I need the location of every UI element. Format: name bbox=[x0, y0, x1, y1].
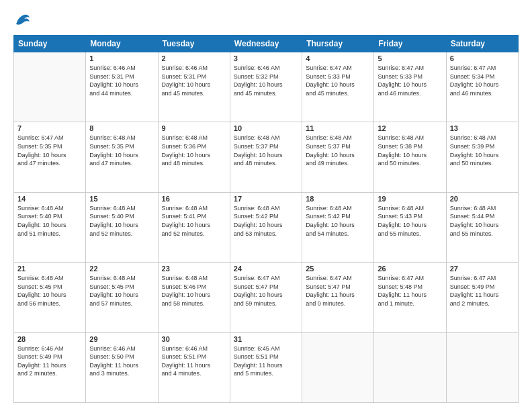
calendar-cell: 8Sunrise: 6:48 AM Sunset: 5:35 PM Daylig… bbox=[86, 122, 158, 192]
cell-info: Sunrise: 6:48 AM Sunset: 5:42 PM Dayligh… bbox=[306, 204, 370, 238]
day-number: 5 bbox=[378, 54, 442, 62]
day-number: 27 bbox=[450, 265, 515, 273]
cell-info: Sunrise: 6:48 AM Sunset: 5:42 PM Dayligh… bbox=[234, 204, 298, 238]
cell-info: Sunrise: 6:48 AM Sunset: 5:40 PM Dayligh… bbox=[89, 204, 154, 238]
calendar-cell: 2Sunrise: 6:46 AM Sunset: 5:31 PM Daylig… bbox=[158, 52, 230, 122]
day-number: 4 bbox=[306, 54, 370, 62]
cell-info: Sunrise: 6:47 AM Sunset: 5:33 PM Dayligh… bbox=[306, 64, 370, 97]
day-number: 7 bbox=[17, 124, 82, 132]
calendar-cell: 23Sunrise: 6:48 AM Sunset: 5:46 PM Dayli… bbox=[158, 263, 230, 332]
calendar-cell: 17Sunrise: 6:48 AM Sunset: 5:42 PM Dayli… bbox=[230, 192, 302, 262]
calendar-cell: 10Sunrise: 6:48 AM Sunset: 5:37 PM Dayli… bbox=[230, 122, 302, 192]
cell-info: Sunrise: 6:48 AM Sunset: 5:45 PM Dayligh… bbox=[89, 274, 154, 308]
col-header-friday: Friday bbox=[374, 36, 446, 52]
day-number: 12 bbox=[378, 124, 442, 132]
cell-info: Sunrise: 6:48 AM Sunset: 5:39 PM Dayligh… bbox=[450, 134, 515, 167]
week-row-0: 1Sunrise: 6:46 AM Sunset: 5:31 PM Daylig… bbox=[14, 52, 519, 122]
logo-bird-icon bbox=[13, 11, 32, 30]
calendar-cell: 28Sunrise: 6:46 AM Sunset: 5:49 PM Dayli… bbox=[14, 332, 86, 402]
day-number: 13 bbox=[450, 124, 515, 132]
day-number: 20 bbox=[450, 195, 515, 203]
calendar-cell: 20Sunrise: 6:48 AM Sunset: 5:44 PM Dayli… bbox=[446, 192, 518, 262]
calendar-cell: 1Sunrise: 6:46 AM Sunset: 5:31 PM Daylig… bbox=[86, 52, 158, 122]
day-number: 10 bbox=[234, 124, 298, 132]
calendar-cell: 24Sunrise: 6:47 AM Sunset: 5:47 PM Dayli… bbox=[230, 263, 302, 332]
cell-info: Sunrise: 6:48 AM Sunset: 5:46 PM Dayligh… bbox=[162, 274, 226, 308]
day-number: 18 bbox=[306, 195, 370, 203]
col-header-tuesday: Tuesday bbox=[158, 36, 230, 52]
calendar-cell: 25Sunrise: 6:47 AM Sunset: 5:47 PM Dayli… bbox=[302, 263, 374, 332]
cell-info: Sunrise: 6:47 AM Sunset: 5:35 PM Dayligh… bbox=[17, 134, 82, 167]
calendar-cell: 26Sunrise: 6:47 AM Sunset: 5:48 PM Dayli… bbox=[374, 263, 446, 332]
day-number: 29 bbox=[89, 335, 154, 343]
calendar-cell: 4Sunrise: 6:47 AM Sunset: 5:33 PM Daylig… bbox=[302, 52, 374, 122]
cell-info: Sunrise: 6:46 AM Sunset: 5:32 PM Dayligh… bbox=[234, 64, 298, 97]
cell-info: Sunrise: 6:46 AM Sunset: 5:50 PM Dayligh… bbox=[89, 345, 154, 378]
day-number: 3 bbox=[234, 54, 298, 62]
cell-info: Sunrise: 6:47 AM Sunset: 5:34 PM Dayligh… bbox=[450, 64, 515, 97]
calendar-cell bbox=[302, 332, 374, 402]
day-number: 28 bbox=[17, 335, 82, 343]
calendar-cell: 27Sunrise: 6:47 AM Sunset: 5:49 PM Dayli… bbox=[446, 263, 518, 332]
week-row-1: 7Sunrise: 6:47 AM Sunset: 5:35 PM Daylig… bbox=[14, 122, 519, 192]
cell-info: Sunrise: 6:45 AM Sunset: 5:51 PM Dayligh… bbox=[234, 345, 298, 378]
calendar-cell: 13Sunrise: 6:48 AM Sunset: 5:39 PM Dayli… bbox=[446, 122, 518, 192]
calendar-cell: 22Sunrise: 6:48 AM Sunset: 5:45 PM Dayli… bbox=[86, 263, 158, 332]
cell-info: Sunrise: 6:47 AM Sunset: 5:48 PM Dayligh… bbox=[378, 274, 442, 308]
calendar-cell: 3Sunrise: 6:46 AM Sunset: 5:32 PM Daylig… bbox=[230, 52, 302, 122]
day-number: 31 bbox=[234, 335, 298, 343]
calendar-cell: 7Sunrise: 6:47 AM Sunset: 5:35 PM Daylig… bbox=[14, 122, 86, 192]
calendar-cell bbox=[446, 332, 518, 402]
week-row-4: 28Sunrise: 6:46 AM Sunset: 5:49 PM Dayli… bbox=[14, 332, 519, 402]
cell-info: Sunrise: 6:46 AM Sunset: 5:49 PM Dayligh… bbox=[17, 345, 82, 378]
day-number: 24 bbox=[234, 265, 298, 273]
cell-info: Sunrise: 6:48 AM Sunset: 5:45 PM Dayligh… bbox=[17, 274, 82, 308]
calendar-table: SundayMondayTuesdayWednesdayThursdayFrid… bbox=[13, 35, 519, 403]
day-number: 21 bbox=[17, 265, 82, 273]
calendar-cell: 29Sunrise: 6:46 AM Sunset: 5:50 PM Dayli… bbox=[86, 332, 158, 402]
day-number: 6 bbox=[450, 54, 515, 62]
header-row: SundayMondayTuesdayWednesdayThursdayFrid… bbox=[14, 36, 519, 52]
calendar-cell bbox=[374, 332, 446, 402]
cell-info: Sunrise: 6:47 AM Sunset: 5:47 PM Dayligh… bbox=[306, 274, 370, 308]
logo bbox=[13, 11, 35, 30]
day-number: 14 bbox=[17, 195, 82, 203]
day-number: 9 bbox=[162, 124, 226, 132]
calendar-cell: 16Sunrise: 6:48 AM Sunset: 5:41 PM Dayli… bbox=[158, 192, 230, 262]
cell-info: Sunrise: 6:48 AM Sunset: 5:37 PM Dayligh… bbox=[306, 134, 370, 167]
cell-info: Sunrise: 6:46 AM Sunset: 5:51 PM Dayligh… bbox=[162, 345, 226, 378]
cell-info: Sunrise: 6:46 AM Sunset: 5:31 PM Dayligh… bbox=[89, 64, 154, 97]
calendar-cell: 18Sunrise: 6:48 AM Sunset: 5:42 PM Dayli… bbox=[302, 192, 374, 262]
day-number: 30 bbox=[162, 335, 226, 343]
calendar-cell: 15Sunrise: 6:48 AM Sunset: 5:40 PM Dayli… bbox=[86, 192, 158, 262]
cell-info: Sunrise: 6:48 AM Sunset: 5:35 PM Dayligh… bbox=[89, 134, 154, 167]
calendar-cell: 19Sunrise: 6:48 AM Sunset: 5:43 PM Dayli… bbox=[374, 192, 446, 262]
day-number: 11 bbox=[306, 124, 370, 132]
calendar-cell: 11Sunrise: 6:48 AM Sunset: 5:37 PM Dayli… bbox=[302, 122, 374, 192]
calendar-cell: 14Sunrise: 6:48 AM Sunset: 5:40 PM Dayli… bbox=[14, 192, 86, 262]
calendar-cell: 31Sunrise: 6:45 AM Sunset: 5:51 PM Dayli… bbox=[230, 332, 302, 402]
header bbox=[13, 11, 519, 30]
day-number: 16 bbox=[162, 195, 226, 203]
day-number: 8 bbox=[89, 124, 154, 132]
calendar-cell bbox=[14, 52, 86, 122]
col-header-monday: Monday bbox=[86, 36, 158, 52]
cell-info: Sunrise: 6:47 AM Sunset: 5:33 PM Dayligh… bbox=[378, 64, 442, 97]
cell-info: Sunrise: 6:46 AM Sunset: 5:31 PM Dayligh… bbox=[162, 64, 226, 97]
cell-info: Sunrise: 6:48 AM Sunset: 5:38 PM Dayligh… bbox=[378, 134, 442, 167]
page: SundayMondayTuesdayWednesdayThursdayFrid… bbox=[0, 0, 532, 411]
day-number: 15 bbox=[89, 195, 154, 203]
week-row-2: 14Sunrise: 6:48 AM Sunset: 5:40 PM Dayli… bbox=[14, 192, 519, 262]
calendar-cell: 12Sunrise: 6:48 AM Sunset: 5:38 PM Dayli… bbox=[374, 122, 446, 192]
calendar-cell: 30Sunrise: 6:46 AM Sunset: 5:51 PM Dayli… bbox=[158, 332, 230, 402]
col-header-saturday: Saturday bbox=[446, 36, 518, 52]
day-number: 19 bbox=[378, 195, 442, 203]
cell-info: Sunrise: 6:48 AM Sunset: 5:43 PM Dayligh… bbox=[378, 204, 442, 238]
day-number: 25 bbox=[306, 265, 370, 273]
cell-info: Sunrise: 6:47 AM Sunset: 5:47 PM Dayligh… bbox=[234, 274, 298, 308]
cell-info: Sunrise: 6:48 AM Sunset: 5:41 PM Dayligh… bbox=[162, 204, 226, 238]
day-number: 23 bbox=[162, 265, 226, 273]
day-number: 17 bbox=[234, 195, 298, 203]
day-number: 26 bbox=[378, 265, 442, 273]
calendar-cell: 21Sunrise: 6:48 AM Sunset: 5:45 PM Dayli… bbox=[14, 263, 86, 332]
